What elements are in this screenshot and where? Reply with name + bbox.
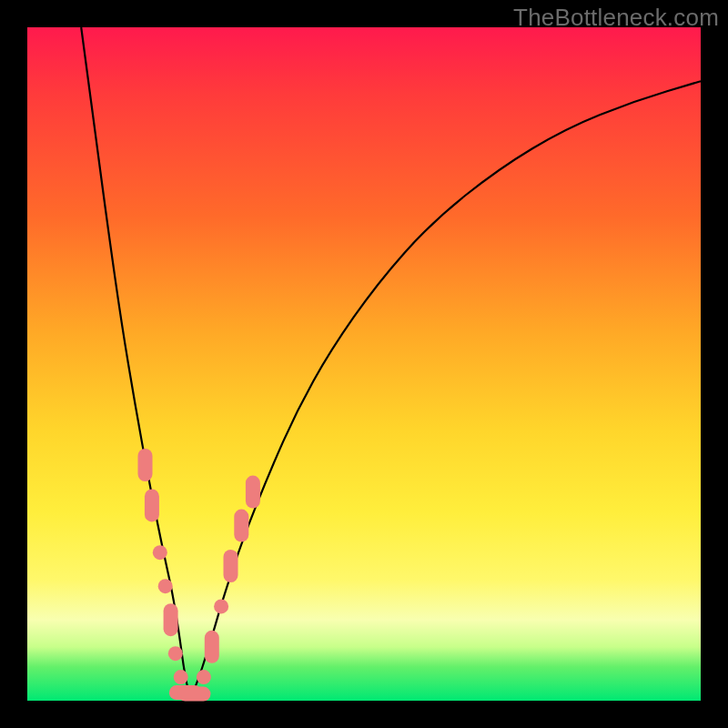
curve-marker	[234, 510, 248, 542]
curve-marker	[178, 687, 211, 702]
curve-marker	[153, 545, 167, 560]
curve-marker	[164, 603, 178, 636]
curve-marker	[205, 631, 219, 663]
plot-area	[27, 27, 701, 701]
marker-group	[138, 449, 260, 702]
curve-marker	[138, 449, 153, 481]
curve-marker	[224, 550, 238, 582]
curve-marker	[197, 670, 211, 684]
bottleneck-curve	[81, 27, 701, 695]
curve-layer	[27, 27, 701, 701]
curve-marker	[158, 579, 173, 593]
curve-marker	[246, 476, 260, 509]
curve-marker	[168, 646, 183, 661]
curve-marker	[174, 670, 188, 684]
curve-marker	[145, 489, 159, 521]
curve-marker	[214, 599, 228, 613]
chart-frame: TheBottleneck.com	[0, 0, 728, 728]
